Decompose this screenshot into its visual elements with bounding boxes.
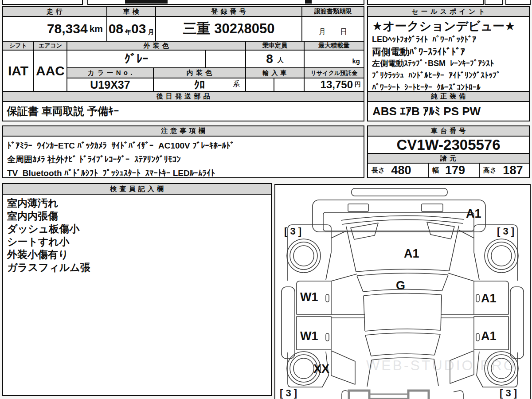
notes-header: 注 意 事 項 欄	[2, 125, 364, 137]
capacity-value: 8 人	[245, 50, 305, 68]
shaken-month: 03	[131, 21, 146, 36]
mileage-unit: km	[90, 23, 103, 34]
spec-width: 幅 179	[428, 163, 480, 178]
shaken-year-unit: 年	[125, 28, 131, 36]
spec-height-value: 187	[503, 164, 523, 177]
vehicle-diagram: WEB-STUDIO.PRO A1 A1 G W1 W1 A1 A1 XX [ …	[275, 185, 530, 399]
clipped-text-fragment	[305, 0, 312, 4]
spec-length-label: 長さ	[372, 166, 385, 175]
shaken-month-unit: 月	[148, 28, 154, 36]
registration-value: 三重 302ｽ8050	[155, 16, 302, 42]
spec-width-value: 179	[445, 164, 465, 177]
inspector-note-line: 室内内張傷	[7, 210, 267, 223]
mileage-header: 走 行	[2, 6, 107, 17]
top-row-remnant	[367, 0, 484, 5]
recycle-fee-value: 13,750 円	[304, 78, 364, 92]
shift-header: シフト	[2, 41, 34, 51]
spec-length: 長さ 480	[367, 163, 429, 178]
tire-mark-front-left: [ 3 ]	[280, 387, 297, 399]
mileage-number: 78,334	[47, 21, 88, 36]
mark-roof: G	[396, 279, 405, 292]
spec-height: 高さ 187	[479, 163, 530, 178]
spec-height-label: 高さ	[483, 166, 497, 175]
exterior-color-header: 外 装 色	[66, 41, 246, 51]
mark-rear-gate: A1	[466, 207, 481, 220]
max-load-value: kg	[304, 50, 364, 68]
genuine-equipment-header: 純 正 装 備	[367, 91, 530, 102]
mark-right-slide-door: A1	[481, 292, 497, 305]
shaken-year: 08	[109, 21, 123, 36]
recycle-fee-unit: 円	[355, 81, 361, 89]
tire-mark-front-right: [ 3 ]	[500, 387, 517, 399]
import-car-cell-right	[274, 78, 305, 92]
interior-color-suffix: 系	[233, 80, 240, 89]
inspector-notes-header: 検 査 員 記 入 欄	[2, 183, 272, 195]
shift-value: IAT	[2, 50, 34, 92]
max-load-header: 最大積載量	[304, 41, 364, 51]
color-no-value: U19X37	[66, 78, 154, 92]
registration-header: 登 録 番 号	[155, 6, 302, 17]
color-no-header: カ ラ ー N o .	[66, 67, 154, 78]
shaken-value: 08 年 03 月	[106, 16, 156, 42]
sales-points-body: ★オークションデビュー★ LEDﾍｯﾄﾌｫｸﾞﾗｲﾄ ﾊﾟﾜｰﾊﾞｯｸﾄﾞｱ 両…	[367, 16, 530, 92]
chassis-no-value: CV1W-2305576	[367, 136, 530, 154]
transfer-deadline-header: 譲渡書類期限	[301, 6, 364, 17]
inspector-note-line: 室内薄汚れ	[7, 197, 267, 210]
mileage-value: 78,334 km	[2, 16, 107, 42]
inspector-note-line: ガラスフィルム張	[7, 261, 267, 274]
sales-point-line: ﾌﾟﾘｸﾗｯｼｭ ﾊﾝﾄﾞﾙﾋｰﾀｰ ｱｲﾄﾞﾘﾝｸﾞｽﾄｯﾌﾟ	[372, 70, 525, 82]
later-parts-value: 保証書 車両取説 予備ｷｰ	[2, 101, 364, 121]
shaken-header: 車 検	[106, 6, 156, 17]
sales-point-line: 両側電動ﾊﾟﾜｰｽﾗｲﾄﾞﾄﾞｱ	[372, 46, 525, 58]
top-row-remnant	[2, 0, 83, 5]
aircon-header: エアコン	[33, 41, 67, 51]
recycle-fee-number: 13,750	[321, 78, 353, 91]
genuine-equipment-value: ABS ｴｱB ｱﾙﾐ PS PW	[367, 101, 530, 121]
damage-diagram-box: WEB-STUDIO.PRO A1 A1 G W1 W1 A1 A1 XX [ …	[274, 184, 531, 399]
capacity-unit: 人	[278, 56, 284, 64]
clipped-text-fragment	[125, 0, 168, 4]
notes-body: ﾄﾞｱﾐﾗｰ ｳｲﾝｶｰETC ﾊﾞｯｸｶﾒﾗ ｻｲﾄﾞﾊﾞｲｻﾞｰ AC100…	[2, 136, 364, 178]
interior-color-header: 内 装 色	[153, 67, 246, 78]
inspector-notes-body: 室内薄汚れ 室内内張傷 ダッシュ板傷小 シートすれ小 外装小傷有り ガラスフィル…	[2, 194, 272, 396]
sales-point-line: 左側電動ｽﾃｯﾌﾟ･BSM ﾚｰﾝｷｰﾌﾟｱｼｽﾄ	[372, 58, 525, 70]
top-row-remnant	[505, 0, 531, 5]
bumper-bars	[369, 394, 408, 399]
transfer-deadline-value: 月 日	[301, 16, 364, 42]
mark-left-front-fender: XX	[313, 362, 329, 376]
note-line: ﾄﾞｱﾐﾗｰ ｳｲﾝｶｰETC ﾊﾞｯｸｶﾒﾗ ｻｲﾄﾞﾊﾞｲｻﾞｰ AC100…	[7, 139, 360, 153]
exterior-color-empty-cell	[205, 50, 246, 68]
mark-right-rear-door: A1	[481, 329, 497, 343]
sales-point-line: LEDﾍｯﾄﾌｫｸﾞﾗｲﾄ ﾊﾟﾜｰﾊﾞｯｸﾄﾞｱ	[372, 34, 525, 46]
import-car-cell-left	[245, 78, 274, 92]
inspector-note-line: 外装小傷有り	[7, 248, 267, 261]
spec-width-label: 幅	[432, 166, 439, 175]
inspector-note-line: シートすれ小	[7, 235, 267, 248]
tire-mark-rear-right: [ 3 ]	[497, 226, 514, 237]
spec-length-value: 480	[391, 164, 411, 177]
sales-point-line: ★オークションデビュー★	[372, 19, 525, 34]
sales-points-header: セ ー ル ス ポ イ ン ト	[367, 6, 530, 17]
capacity-header: 乗車定員	[245, 41, 305, 51]
auction-sheet: 走 行 車 検 登 録 番 号 譲渡書類期限 78,334 km 08 年 03…	[0, 0, 532, 399]
mark-left-rear-door: W1	[300, 329, 318, 343]
recycle-fee-header: リサイクル預託金	[304, 67, 364, 78]
note-line: 全周囲ｶﾒﾗ 社外ﾅﾋﾞ ﾄﾞﾗｲﾌﾞﾚｺｰﾀﾞｰ ｽﾃｱﾘﾝｸﾞﾘﾓｺﾝ	[7, 153, 360, 166]
chassis-no-header: 車 台 番 号	[367, 125, 530, 137]
top-row-remnant	[485, 0, 503, 5]
tire-mark-rear-left: [ 3 ]	[284, 226, 301, 237]
import-car-header: 輸 入 車	[245, 67, 305, 78]
interior-color-text: ｸﾛ	[194, 78, 205, 91]
aircon-value: AAC	[33, 50, 67, 92]
mark-left-slide-door: W1	[300, 290, 318, 304]
later-parts-header: 後 日 発 送 部 品	[2, 91, 364, 102]
exterior-color-value: ｸﾞﾚｰ	[66, 50, 206, 68]
specs-header: 諸 元	[367, 153, 530, 164]
note-line: TV Bluetooth ﾊﾟﾄﾞﾙｼﾌﾄ ﾌﾟｯｼｭｽﾀｰﾄ ｽﾏｰﾄｷｰ L…	[7, 166, 360, 180]
interior-color-value: ｸﾛ 系	[153, 78, 246, 92]
capacity-number: 8	[266, 52, 273, 66]
inspector-note-line: ダッシュ板傷小	[7, 223, 267, 235]
watermark-text: WEB-STUDIO.PRO	[366, 357, 516, 373]
mark-rear-window: A1	[404, 247, 419, 260]
